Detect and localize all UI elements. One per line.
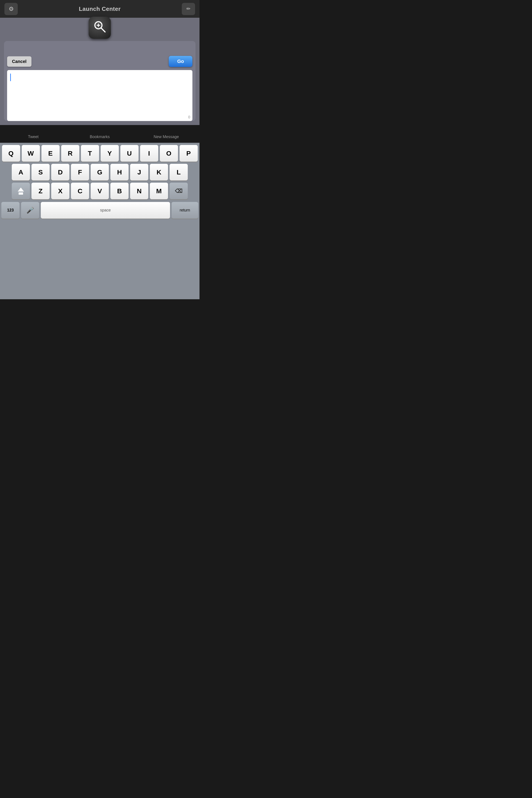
gear-icon: ⚙ bbox=[8, 5, 14, 13]
app-icon bbox=[89, 17, 111, 39]
text-area-wrapper[interactable]: 0 bbox=[7, 70, 192, 121]
key-g[interactable]: G bbox=[91, 164, 109, 180]
shift-key[interactable] bbox=[12, 183, 30, 199]
keyboard-bottom-row: 123 🎤 space return bbox=[1, 202, 198, 218]
key-a[interactable]: A bbox=[12, 164, 30, 180]
backspace-key[interactable]: ⌫ bbox=[170, 183, 188, 199]
tweet-label: Tweet bbox=[0, 135, 66, 139]
nav-bar: ⚙ Launch Center ✏ bbox=[0, 0, 200, 18]
dialog-header: Cancel Go bbox=[4, 53, 195, 70]
key-y[interactable]: Y bbox=[101, 145, 119, 162]
nav-title: Launch Center bbox=[79, 5, 121, 13]
numbers-key[interactable]: 123 bbox=[1, 202, 19, 218]
app-icon-wrapper bbox=[4, 17, 195, 39]
space-key[interactable]: space bbox=[41, 202, 170, 218]
key-d[interactable]: D bbox=[51, 164, 69, 180]
key-r[interactable]: R bbox=[61, 145, 79, 162]
go-button[interactable]: Go bbox=[169, 56, 192, 67]
dialog-card: Cancel Go 0 bbox=[4, 41, 195, 121]
key-j[interactable]: J bbox=[130, 164, 148, 180]
char-count: 0 bbox=[7, 114, 192, 121]
bookmarks-label: Bookmarks bbox=[66, 135, 133, 139]
key-u[interactable]: U bbox=[120, 145, 138, 162]
key-e[interactable]: E bbox=[41, 145, 60, 162]
key-c[interactable]: C bbox=[71, 183, 89, 199]
key-l[interactable]: L bbox=[170, 164, 188, 180]
keyboard-row-2: A S D F G H J K L bbox=[1, 164, 198, 180]
cancel-button[interactable]: Cancel bbox=[7, 56, 32, 67]
key-x[interactable]: X bbox=[51, 183, 69, 199]
gear-button[interactable]: ⚙ bbox=[4, 3, 18, 15]
bottom-label-strip: Tweet Bookmarks New Message bbox=[0, 125, 200, 143]
text-cursor bbox=[10, 74, 11, 81]
backspace-icon: ⌫ bbox=[175, 188, 183, 194]
pencil-icon: ✏ bbox=[186, 6, 190, 12]
key-v[interactable]: V bbox=[91, 183, 109, 199]
key-w[interactable]: W bbox=[22, 145, 40, 162]
keyboard-row-3: Z X C V B N M ⌫ bbox=[1, 183, 198, 199]
mic-icon: 🎤 bbox=[26, 207, 34, 214]
key-i[interactable]: I bbox=[140, 145, 158, 162]
keyboard: Q W E R T Y U I O P A S D F G H J K L Z … bbox=[0, 143, 200, 299]
key-k[interactable]: K bbox=[150, 164, 168, 180]
return-key[interactable]: return bbox=[172, 202, 198, 218]
key-s[interactable]: S bbox=[32, 164, 50, 180]
key-t[interactable]: T bbox=[81, 145, 99, 162]
key-b[interactable]: B bbox=[110, 183, 129, 199]
key-n[interactable]: N bbox=[130, 183, 148, 199]
new-message-label: New Message bbox=[133, 135, 200, 139]
key-q[interactable]: Q bbox=[2, 145, 20, 162]
keyboard-row-1: Q W E R T Y U I O P bbox=[1, 145, 198, 162]
key-m[interactable]: M bbox=[150, 183, 168, 199]
dialog-area: Cancel Go 0 bbox=[0, 18, 200, 125]
key-z[interactable]: Z bbox=[32, 183, 50, 199]
key-o[interactable]: O bbox=[160, 145, 178, 162]
key-p[interactable]: P bbox=[179, 145, 198, 162]
edit-button[interactable]: ✏ bbox=[182, 3, 195, 15]
mic-key[interactable]: 🎤 bbox=[21, 202, 39, 218]
magnifier-icon bbox=[93, 20, 107, 36]
text-input-area[interactable] bbox=[7, 70, 192, 114]
key-h[interactable]: H bbox=[110, 164, 129, 180]
shift-icon bbox=[18, 188, 24, 195]
key-f[interactable]: F bbox=[71, 164, 89, 180]
svg-line-1 bbox=[101, 28, 105, 32]
